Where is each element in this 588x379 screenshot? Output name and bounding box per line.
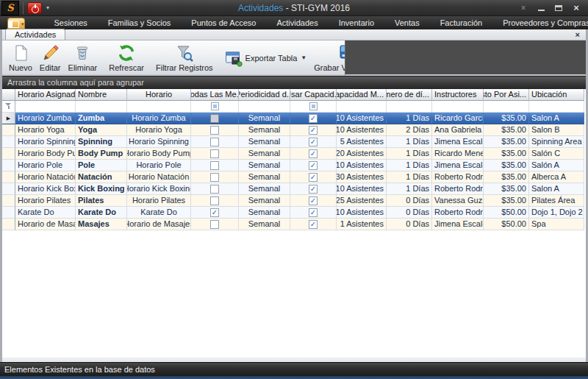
cell-nombre[interactable]: Pilates bbox=[76, 195, 127, 207]
cell-ubicacion[interactable]: Spa bbox=[529, 219, 584, 230]
eliminar-button[interactable]: Eliminar bbox=[65, 42, 101, 74]
cell-nombre[interactable]: Body Pump bbox=[76, 148, 127, 160]
column-header-capacidad[interactable]: Capacidad M... bbox=[337, 89, 387, 101]
tab-actividades[interactable]: Actividades bbox=[5, 29, 65, 40]
cell-nombre[interactable]: Spinning bbox=[76, 136, 127, 148]
grid-empty-area[interactable] bbox=[2, 230, 586, 358]
filtrar-registros-button[interactable]: Filtrar Registros bbox=[152, 42, 217, 74]
cell-horario[interactable]: Horario Yoga bbox=[127, 124, 191, 136]
tab-close-icon[interactable]: × bbox=[576, 30, 580, 39]
cell-instructores[interactable]: Roberto Rodrí... bbox=[432, 207, 484, 219]
cell-usar[interactable]: ✓ bbox=[290, 136, 337, 148]
cell-numero[interactable]: 2 Días bbox=[387, 124, 432, 136]
row-indicator-cell[interactable] bbox=[2, 124, 15, 136]
cell-capacidad[interactable]: 10 Asistentes bbox=[337, 124, 387, 136]
cell-capacidad[interactable]: 30 Asistentes bbox=[337, 171, 387, 183]
cell-ubicacion[interactable]: Salon A bbox=[529, 113, 584, 124]
cell-costo[interactable]: $35.00 bbox=[484, 113, 529, 124]
table-row[interactable]: Horario SpinningSpinningHorario Spinning… bbox=[2, 136, 584, 148]
cell-ubicacion[interactable]: Salón A bbox=[529, 160, 584, 171]
cell-instructores[interactable]: Roberto Rodrí... bbox=[432, 171, 484, 183]
cell-todas[interactable] bbox=[191, 124, 239, 136]
filter-cell-numero[interactable] bbox=[387, 101, 432, 113]
cell-horario[interactable]: Horario de Masajes bbox=[127, 219, 191, 230]
filter-cell-periodicidad[interactable] bbox=[239, 101, 290, 113]
cell-instructores[interactable]: Jimena Escalante bbox=[432, 219, 484, 230]
cell-ubicacion[interactable]: Spinning Area bbox=[529, 136, 584, 148]
cell-horario_asignado[interactable]: Horario de Masajes bbox=[15, 219, 76, 230]
cell-usar[interactable]: ✓ bbox=[290, 171, 337, 183]
checkbox-unchecked[interactable] bbox=[210, 138, 219, 146]
cell-horario_asignado[interactable]: Horario Kick Boxing bbox=[15, 183, 76, 195]
table-row[interactable]: Horario de MasajesMasajesHorario de Masa… bbox=[2, 219, 584, 230]
checkbox-checked[interactable]: ✓ bbox=[309, 173, 318, 182]
filter-funnel-icon[interactable] bbox=[2, 101, 15, 113]
cell-instructores[interactable]: Ricardo García bbox=[432, 113, 484, 124]
filter-cell-nombre[interactable] bbox=[76, 101, 127, 113]
power-button-icon[interactable] bbox=[27, 2, 42, 14]
cell-usar[interactable]: ✓ bbox=[290, 207, 337, 219]
filter-cell-costo[interactable] bbox=[484, 101, 529, 113]
cell-periodicidad[interactable]: Semanal bbox=[239, 113, 290, 124]
cell-costo[interactable]: $50.00 bbox=[484, 219, 529, 230]
row-indicator-cell[interactable] bbox=[2, 136, 15, 148]
checkbox-checked[interactable]: ✓ bbox=[309, 149, 318, 158]
menu-item-ventas[interactable]: Ventas bbox=[384, 16, 430, 29]
restore-button[interactable] bbox=[554, 4, 563, 13]
column-header-costo[interactable]: Costo Por Asi... bbox=[484, 89, 529, 101]
cell-numero[interactable]: 0 Días bbox=[387, 207, 432, 219]
cell-horario_asignado[interactable]: Horario Pole bbox=[15, 160, 76, 171]
cell-nombre[interactable]: Karate Do bbox=[76, 207, 127, 219]
cell-capacidad[interactable]: 1 Asistentes bbox=[337, 219, 387, 230]
cell-nombre[interactable]: Kick Boxing bbox=[76, 183, 127, 195]
refrescar-button[interactable]: Refrescar bbox=[105, 42, 148, 74]
cell-horario[interactable]: Horario Zumba bbox=[127, 113, 191, 124]
cell-ubicacion[interactable]: Alberca A bbox=[529, 171, 584, 183]
cell-capacidad[interactable]: 10 Asistentes bbox=[337, 207, 387, 219]
cell-costo[interactable]: $50.00 bbox=[484, 207, 529, 219]
checkbox-checked[interactable]: ✓ bbox=[309, 161, 318, 170]
checkbox-checked[interactable]: ✓ bbox=[309, 196, 318, 205]
checkbox-unchecked[interactable] bbox=[210, 220, 219, 229]
cell-numero[interactable]: 0 Días bbox=[387, 195, 432, 207]
cell-capacidad[interactable]: 10 Asistentes bbox=[337, 160, 387, 171]
cell-instructores[interactable]: Ricardo Mene... bbox=[432, 148, 484, 160]
exportar-tabla-button[interactable]: Exportar Tabla ▼ bbox=[221, 42, 311, 74]
cell-capacidad[interactable]: 10 Asistentes bbox=[337, 183, 387, 195]
column-header-numero[interactable]: Número de dí... bbox=[387, 89, 432, 101]
checkbox-unchecked[interactable] bbox=[210, 173, 219, 182]
cell-numero[interactable]: 1 Días bbox=[387, 148, 432, 160]
group-by-bar[interactable]: Arrastra la columna aquí para agrupar bbox=[2, 76, 586, 89]
checkbox-checked[interactable]: ✓ bbox=[309, 208, 318, 217]
cell-instructores[interactable]: Ana Gabriela ... bbox=[432, 124, 484, 136]
cell-todas[interactable]: ✓ bbox=[191, 207, 239, 219]
filter-cell-horario_asignado[interactable] bbox=[15, 101, 76, 113]
table-row[interactable]: Horario NataciónNataciónHorario Natación… bbox=[2, 171, 584, 183]
cell-nombre[interactable]: Zumba bbox=[76, 113, 127, 124]
cell-todas[interactable] bbox=[191, 195, 239, 207]
pin-window-icon[interactable]: × bbox=[519, 4, 528, 13]
cell-numero[interactable]: 1 Días bbox=[387, 113, 432, 124]
cell-costo[interactable]: $35.00 bbox=[484, 136, 529, 148]
cell-horario[interactable]: Horario Pole bbox=[127, 160, 191, 171]
cell-periodicidad[interactable]: Semanal bbox=[239, 171, 290, 183]
cell-periodicidad[interactable]: Semanal bbox=[239, 124, 290, 136]
filter-checkbox-indeterminate[interactable] bbox=[309, 102, 318, 110]
cell-costo[interactable]: $35.00 bbox=[484, 124, 529, 136]
row-indicator-cell[interactable] bbox=[2, 183, 15, 195]
cell-costo[interactable]: $35.00 bbox=[484, 183, 529, 195]
filter-cell-horario[interactable] bbox=[127, 101, 191, 113]
column-header-periodicidad[interactable]: Periodicidad d... bbox=[239, 89, 290, 101]
cell-horario_asignado[interactable]: Horario Spinning bbox=[15, 136, 76, 148]
cell-numero[interactable]: 1 Días bbox=[387, 136, 432, 148]
checkbox-unchecked[interactable] bbox=[210, 185, 219, 194]
menu-item-actividades[interactable]: Actividades bbox=[266, 16, 328, 29]
cell-nombre[interactable]: Pole bbox=[76, 160, 127, 171]
cell-costo[interactable]: $35.00 bbox=[484, 171, 529, 183]
cell-ubicacion[interactable]: Dojo 1, Dojo 2 bbox=[529, 207, 584, 219]
row-indicator-cell[interactable] bbox=[2, 207, 15, 219]
cell-ubicacion[interactable]: Pilates Área bbox=[529, 195, 584, 207]
cell-instructores[interactable]: Roberto Rodrí... bbox=[432, 183, 484, 195]
checkbox-unchecked[interactable] bbox=[210, 196, 219, 205]
cell-usar[interactable]: ✓ bbox=[290, 124, 337, 136]
